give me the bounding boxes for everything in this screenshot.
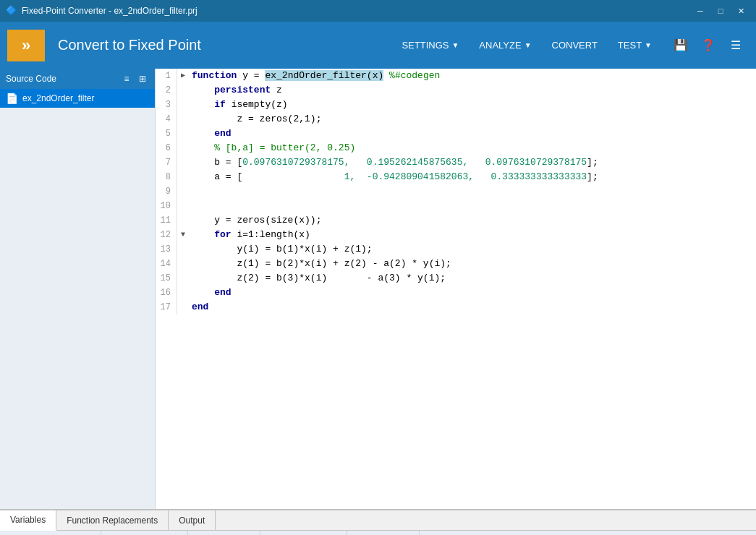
line-number: 4 bbox=[156, 112, 177, 127]
line-content: function y = ex_2ndOrder_filter(x) %#cod… bbox=[189, 69, 440, 83]
code-line: 11 y = zeros(size(x)); bbox=[156, 213, 756, 228]
tab-output[interactable]: Output bbox=[169, 510, 216, 530]
maximize-button[interactable]: □ bbox=[711, 4, 730, 18]
window-controls: ─ □ ✕ bbox=[691, 4, 750, 18]
line-content: end bbox=[189, 286, 232, 300]
line-number: 2 bbox=[156, 83, 177, 98]
code-line: 12▼ for i=1:length(x) bbox=[156, 228, 756, 242]
line-content: % [b,a] = butter(2, 0.25) bbox=[189, 141, 355, 155]
list-view-icon[interactable]: ≡ bbox=[120, 72, 133, 85]
close-button[interactable]: ✕ bbox=[731, 4, 750, 18]
menu-button[interactable]: ☰ bbox=[723, 33, 749, 59]
col-header-variable: Variable bbox=[0, 531, 101, 535]
line-number: 5 bbox=[156, 127, 177, 141]
line-fold-arrow[interactable]: ▶ bbox=[177, 69, 189, 83]
toolbar-right-icons: 💾 ❓ ☰ bbox=[668, 33, 749, 59]
title-bar-text: Fixed-Point Converter - ex_2ndOrder_filt… bbox=[22, 6, 691, 16]
line-content bbox=[189, 184, 198, 199]
convert-menu[interactable]: CONVERT bbox=[543, 35, 606, 55]
logo-icon: » bbox=[22, 36, 30, 55]
tab-function-replacements[interactable]: Function Replacements bbox=[56, 510, 169, 530]
line-content: if isempty(z) bbox=[189, 98, 288, 112]
variables-table[interactable]: Variable Type Sim Min Sim Max Whole Numb… bbox=[0, 531, 756, 535]
line-content: z(2) = b(3)*x(i) - a(3) * y(i); bbox=[189, 271, 446, 286]
line-content: z(1) = b(2)*x(i) + z(2) - a(2) * y(i); bbox=[189, 257, 451, 271]
code-line: 8 a = [ 1, -0.942809041582063, 0.3333333… bbox=[156, 170, 756, 184]
col-header-simmin: Sim Min bbox=[188, 531, 260, 535]
line-number: 13 bbox=[156, 242, 177, 257]
code-line: 4 z = zeros(2,1); bbox=[156, 112, 756, 127]
code-line: 2 persistent z bbox=[156, 83, 756, 98]
line-content: y = zeros(size(x)); bbox=[189, 213, 321, 228]
line-content: for i=1:length(x) bbox=[189, 228, 310, 242]
line-content: end bbox=[189, 127, 232, 141]
code-line: 16 end bbox=[156, 286, 756, 300]
line-number: 9 bbox=[156, 184, 177, 199]
help-button[interactable]: ❓ bbox=[695, 33, 721, 59]
line-number: 15 bbox=[156, 271, 177, 286]
line-number: 12 bbox=[156, 228, 177, 242]
line-number: 7 bbox=[156, 155, 177, 170]
main-toolbar: » Convert to Fixed Point SETTINGS ▼ ANAL… bbox=[0, 22, 756, 69]
code-line: 3 if isempty(z) bbox=[156, 98, 756, 112]
minimize-button[interactable]: ─ bbox=[691, 4, 710, 18]
content-area: Source Code ≡ ⊞ 📄 ex_2ndOrder_filter 1▶f… bbox=[0, 69, 756, 509]
line-number: 1 bbox=[156, 69, 177, 83]
code-line: 10 bbox=[156, 199, 756, 213]
settings-chevron-icon: ▼ bbox=[451, 41, 459, 49]
code-line: 6 % [b,a] = butter(2, 0.25) bbox=[156, 141, 756, 155]
sidebar-header-icons: ≡ ⊞ bbox=[120, 72, 149, 85]
test-chevron-icon: ▼ bbox=[645, 41, 652, 49]
analyze-chevron-icon: ▼ bbox=[524, 41, 532, 49]
line-content: persistent z bbox=[189, 83, 282, 98]
tab-variables[interactable]: Variables bbox=[0, 510, 56, 531]
line-content: y(i) = b(1)*x(i) + z(1); bbox=[189, 242, 373, 257]
code-line: 14 z(1) = b(2)*x(i) + z(2) - a(2) * y(i)… bbox=[156, 257, 756, 271]
col-header-simmax: Sim Max bbox=[260, 531, 347, 535]
table-header: Variable Type Sim Min Sim Max Whole Numb… bbox=[0, 531, 756, 535]
col-header-whole: Whole Number bbox=[347, 531, 420, 535]
line-number: 16 bbox=[156, 286, 177, 300]
toolbar-menu: SETTINGS ▼ ANALYZE ▼ CONVERT TEST ▼ bbox=[393, 35, 661, 55]
tabs-bar: VariablesFunction ReplacementsOutput bbox=[0, 510, 756, 531]
logo-box: » bbox=[7, 30, 45, 61]
line-content: z = zeros(2,1); bbox=[189, 112, 321, 127]
line-number: 11 bbox=[156, 213, 177, 228]
file-icon: 📄 bbox=[6, 93, 18, 104]
sidebar-item-filter[interactable]: 📄 ex_2ndOrder_filter bbox=[0, 89, 155, 108]
code-line: 5 end bbox=[156, 127, 756, 141]
code-line: 9 bbox=[156, 184, 756, 199]
bottom-panel: VariablesFunction ReplacementsOutput Var… bbox=[0, 509, 756, 535]
line-number: 10 bbox=[156, 199, 177, 213]
code-line: 7 b = [0.0976310729378175, 0.19526214587… bbox=[156, 155, 756, 170]
analyze-menu[interactable]: ANALYZE ▼ bbox=[470, 35, 540, 55]
app-icon: 🔷 bbox=[6, 5, 17, 17]
line-fold-arrow[interactable]: ▼ bbox=[177, 228, 189, 242]
settings-menu[interactable]: SETTINGS ▼ bbox=[393, 35, 467, 55]
code-editor[interactable]: 1▶function y = ex_2ndOrder_filter(x) %#c… bbox=[156, 69, 756, 509]
line-content bbox=[189, 199, 198, 213]
sidebar-header-label: Source Code bbox=[6, 74, 116, 84]
line-content: a = [ 1, -0.942809041582063, 0.333333333… bbox=[189, 170, 598, 184]
line-number: 6 bbox=[156, 141, 177, 155]
grid-view-icon[interactable]: ⊞ bbox=[136, 72, 149, 85]
code-line: 1▶function y = ex_2ndOrder_filter(x) %#c… bbox=[156, 69, 756, 83]
line-number: 17 bbox=[156, 300, 177, 314]
app-title: Convert to Fixed Point bbox=[58, 37, 386, 54]
line-number: 14 bbox=[156, 257, 177, 271]
line-number: 8 bbox=[156, 170, 177, 184]
test-menu[interactable]: TEST ▼ bbox=[609, 35, 661, 55]
line-content: end bbox=[189, 300, 208, 314]
col-header-proposed: Proposed Type bbox=[420, 531, 756, 535]
col-header-type: Type bbox=[101, 531, 188, 535]
sidebar: Source Code ≡ ⊞ 📄 ex_2ndOrder_filter bbox=[0, 69, 156, 509]
sidebar-header: Source Code ≡ ⊞ bbox=[0, 69, 155, 89]
sidebar-item-label: ex_2ndOrder_filter bbox=[22, 93, 94, 103]
save-button[interactable]: 💾 bbox=[668, 33, 694, 59]
line-content: b = [0.0976310729378175, 0.1952621458756… bbox=[189, 155, 598, 170]
code-line: 17end bbox=[156, 300, 756, 314]
code-line: 13 y(i) = b(1)*x(i) + z(1); bbox=[156, 242, 756, 257]
code-line: 15 z(2) = b(3)*x(i) - a(3) * y(i); bbox=[156, 271, 756, 286]
line-number: 3 bbox=[156, 98, 177, 112]
title-bar: 🔷 Fixed-Point Converter - ex_2ndOrder_fi… bbox=[0, 0, 756, 22]
